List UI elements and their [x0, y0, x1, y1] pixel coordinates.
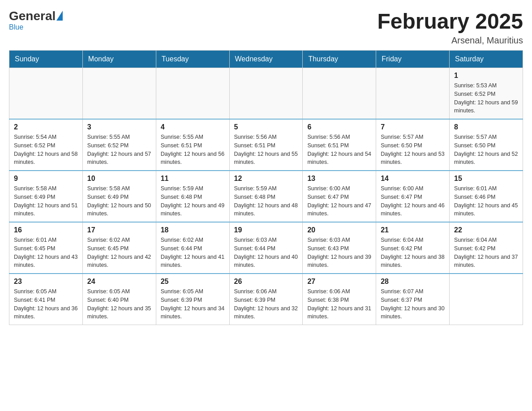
location: Arsenal, Mauritius [377, 35, 523, 46]
calendar-day-cell [303, 68, 376, 120]
day-number: 22 [454, 226, 518, 234]
header: General Blue February 2025 Arsenal, Maur… [9, 9, 523, 46]
day-of-week-header: Saturday [450, 51, 523, 68]
calendar-header-row: SundayMondayTuesdayWednesdayThursdayFrid… [9, 51, 523, 68]
day-info: Sunrise: 5:58 AMSunset: 6:49 PMDaylight:… [14, 184, 78, 218]
day-number: 1 [454, 72, 518, 80]
day-info: Sunrise: 6:01 AMSunset: 6:45 PMDaylight:… [14, 236, 78, 270]
logo-general-text: General [9, 9, 56, 23]
day-of-week-header: Tuesday [156, 51, 229, 68]
day-number: 19 [234, 226, 298, 234]
day-number: 2 [14, 123, 78, 131]
day-number: 18 [161, 226, 225, 234]
day-info: Sunrise: 6:05 AMSunset: 6:39 PMDaylight:… [161, 287, 225, 321]
calendar-day-cell: 6Sunrise: 5:56 AMSunset: 6:51 PMDaylight… [303, 119, 376, 171]
logo-triangle-icon [56, 11, 63, 21]
day-info: Sunrise: 6:06 AMSunset: 6:38 PMDaylight:… [307, 287, 371, 321]
calendar-day-cell: 28Sunrise: 6:07 AMSunset: 6:37 PMDayligh… [376, 274, 450, 325]
calendar-day-cell: 2Sunrise: 5:54 AMSunset: 6:52 PMDaylight… [9, 119, 83, 171]
calendar-day-cell: 20Sunrise: 6:03 AMSunset: 6:43 PMDayligh… [303, 222, 376, 274]
calendar-week-row: 16Sunrise: 6:01 AMSunset: 6:45 PMDayligh… [9, 222, 523, 274]
calendar-day-cell: 27Sunrise: 6:06 AMSunset: 6:38 PMDayligh… [303, 274, 376, 325]
day-info: Sunrise: 5:55 AMSunset: 6:51 PMDaylight:… [161, 133, 225, 167]
day-info: Sunrise: 6:05 AMSunset: 6:41 PMDaylight:… [14, 287, 78, 321]
calendar-day-cell: 19Sunrise: 6:03 AMSunset: 6:44 PMDayligh… [229, 222, 303, 274]
day-number: 16 [14, 226, 78, 234]
day-number: 26 [234, 278, 298, 286]
day-number: 8 [454, 123, 518, 131]
calendar-day-cell [82, 68, 156, 120]
title-area: February 2025 Arsenal, Mauritius [377, 9, 523, 46]
day-info: Sunrise: 6:03 AMSunset: 6:43 PMDaylight:… [307, 236, 371, 270]
day-info: Sunrise: 5:57 AMSunset: 6:50 PMDaylight:… [454, 133, 518, 167]
day-number: 15 [454, 175, 518, 183]
day-of-week-header: Monday [82, 51, 156, 68]
day-info: Sunrise: 5:59 AMSunset: 6:48 PMDaylight:… [161, 184, 225, 218]
day-number: 27 [307, 278, 371, 286]
day-number: 13 [307, 175, 371, 183]
calendar-day-cell: 14Sunrise: 6:00 AMSunset: 6:47 PMDayligh… [376, 171, 450, 222]
calendar-day-cell: 22Sunrise: 6:04 AMSunset: 6:42 PMDayligh… [450, 222, 523, 274]
calendar-day-cell: 21Sunrise: 6:04 AMSunset: 6:42 PMDayligh… [376, 222, 450, 274]
day-number: 25 [161, 278, 225, 286]
calendar-day-cell: 16Sunrise: 6:01 AMSunset: 6:45 PMDayligh… [9, 222, 83, 274]
day-number: 9 [14, 175, 78, 183]
day-number: 21 [381, 226, 445, 234]
day-number: 11 [161, 175, 225, 183]
calendar-day-cell: 15Sunrise: 6:01 AMSunset: 6:46 PMDayligh… [450, 171, 523, 222]
calendar-week-row: 2Sunrise: 5:54 AMSunset: 6:52 PMDaylight… [9, 119, 523, 171]
day-info: Sunrise: 5:56 AMSunset: 6:51 PMDaylight:… [307, 133, 371, 167]
calendar-day-cell: 4Sunrise: 5:55 AMSunset: 6:51 PMDaylight… [156, 119, 229, 171]
day-number: 4 [161, 123, 225, 131]
day-number: 12 [234, 175, 298, 183]
day-number: 14 [381, 175, 445, 183]
day-number: 23 [14, 278, 78, 286]
day-number: 17 [87, 226, 151, 234]
calendar-day-cell [229, 68, 303, 120]
calendar-day-cell: 7Sunrise: 5:57 AMSunset: 6:50 PMDaylight… [376, 119, 450, 171]
calendar-day-cell [450, 274, 523, 325]
day-info: Sunrise: 5:54 AMSunset: 6:52 PMDaylight:… [14, 133, 78, 167]
calendar-day-cell: 17Sunrise: 6:02 AMSunset: 6:45 PMDayligh… [82, 222, 156, 274]
calendar-day-cell: 18Sunrise: 6:02 AMSunset: 6:44 PMDayligh… [156, 222, 229, 274]
day-info: Sunrise: 6:00 AMSunset: 6:47 PMDaylight:… [381, 184, 445, 218]
calendar-day-cell: 10Sunrise: 5:58 AMSunset: 6:49 PMDayligh… [82, 171, 156, 222]
calendar-day-cell: 5Sunrise: 5:56 AMSunset: 6:51 PMDaylight… [229, 119, 303, 171]
day-info: Sunrise: 5:55 AMSunset: 6:52 PMDaylight:… [87, 133, 151, 167]
day-number: 5 [234, 123, 298, 131]
logo: General Blue [9, 9, 63, 31]
calendar-day-cell: 23Sunrise: 6:05 AMSunset: 6:41 PMDayligh… [9, 274, 83, 325]
calendar-day-cell: 12Sunrise: 5:59 AMSunset: 6:48 PMDayligh… [229, 171, 303, 222]
calendar-week-row: 1Sunrise: 5:53 AMSunset: 6:52 PMDaylight… [9, 68, 523, 120]
day-info: Sunrise: 6:04 AMSunset: 6:42 PMDaylight:… [454, 236, 518, 270]
day-info: Sunrise: 6:02 AMSunset: 6:44 PMDaylight:… [161, 236, 225, 270]
day-number: 6 [307, 123, 371, 131]
calendar-week-row: 23Sunrise: 6:05 AMSunset: 6:41 PMDayligh… [9, 274, 523, 325]
calendar-day-cell [9, 68, 83, 120]
day-info: Sunrise: 6:01 AMSunset: 6:46 PMDaylight:… [454, 184, 518, 218]
day-info: Sunrise: 6:04 AMSunset: 6:42 PMDaylight:… [381, 236, 445, 270]
day-info: Sunrise: 6:07 AMSunset: 6:37 PMDaylight:… [381, 287, 445, 321]
calendar-day-cell [156, 68, 229, 120]
calendar-day-cell: 26Sunrise: 6:06 AMSunset: 6:39 PMDayligh… [229, 274, 303, 325]
calendar: SundayMondayTuesdayWednesdayThursdayFrid… [9, 50, 523, 325]
day-info: Sunrise: 5:59 AMSunset: 6:48 PMDaylight:… [234, 184, 298, 218]
day-number: 7 [381, 123, 445, 131]
day-info: Sunrise: 5:56 AMSunset: 6:51 PMDaylight:… [234, 133, 298, 167]
calendar-day-cell: 25Sunrise: 6:05 AMSunset: 6:39 PMDayligh… [156, 274, 229, 325]
day-info: Sunrise: 5:58 AMSunset: 6:49 PMDaylight:… [87, 184, 151, 218]
day-info: Sunrise: 5:57 AMSunset: 6:50 PMDaylight:… [381, 133, 445, 167]
calendar-day-cell: 13Sunrise: 6:00 AMSunset: 6:47 PMDayligh… [303, 171, 376, 222]
day-of-week-header: Thursday [303, 51, 376, 68]
month-title: February 2025 [377, 9, 523, 34]
day-of-week-header: Sunday [9, 51, 83, 68]
logo-blue-text: Blue [9, 23, 23, 31]
day-info: Sunrise: 6:00 AMSunset: 6:47 PMDaylight:… [307, 184, 371, 218]
day-info: Sunrise: 5:53 AMSunset: 6:52 PMDaylight:… [454, 81, 518, 115]
calendar-day-cell: 1Sunrise: 5:53 AMSunset: 6:52 PMDaylight… [450, 68, 523, 120]
day-of-week-header: Friday [376, 51, 450, 68]
day-info: Sunrise: 6:02 AMSunset: 6:45 PMDaylight:… [87, 236, 151, 270]
calendar-week-row: 9Sunrise: 5:58 AMSunset: 6:49 PMDaylight… [9, 171, 523, 222]
day-number: 3 [87, 123, 151, 131]
day-info: Sunrise: 6:05 AMSunset: 6:40 PMDaylight:… [87, 287, 151, 321]
